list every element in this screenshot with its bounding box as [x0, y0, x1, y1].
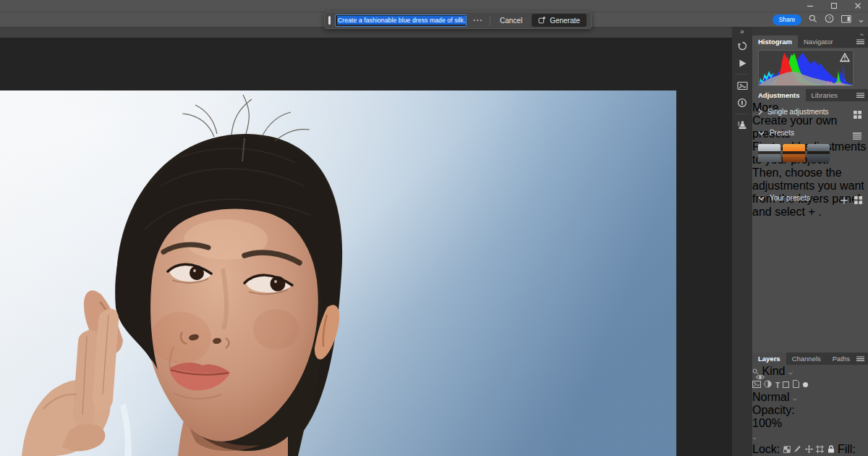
- actions-panel-icon[interactable]: [732, 54, 752, 72]
- preset-thumbnail-5[interactable]: [758, 164, 780, 182]
- blend-mode-select[interactable]: Normal: [752, 391, 803, 404]
- cancel-button[interactable]: Cancel: [495, 17, 527, 25]
- single-adjustments-row[interactable]: Single adjustments: [758, 108, 829, 116]
- collapsed-panels-strip: »: [732, 27, 753, 456]
- histogram-tabstrip: Histogram Navigator: [752, 35, 868, 48]
- chevron-right-icon: [758, 109, 762, 115]
- layer-visibility-eye-icon[interactable]: [756, 370, 765, 383]
- expand-panels-icon[interactable]: »: [732, 27, 752, 37]
- lock-artboard-icon[interactable]: [816, 443, 827, 455]
- panels-column: » Histogram Navigator: [752, 27, 868, 456]
- generate-label: Generate: [550, 17, 580, 25]
- opacity-label: Opacity:: [752, 404, 795, 416]
- filter-type-icon[interactable]: T: [775, 381, 780, 389]
- svg-text:?: ?: [827, 15, 830, 22]
- adjustments-panel-body: Single adjustments Presets More Y: [752, 101, 868, 352]
- history-panel-icon[interactable]: [732, 37, 752, 54]
- help-icon[interactable]: ?: [825, 13, 834, 26]
- add-preset-icon[interactable]: [841, 194, 848, 207]
- chevron-down-icon: [793, 398, 797, 401]
- opacity-value: 100%: [752, 417, 782, 429]
- lock-pixels-icon[interactable]: [793, 443, 804, 455]
- opacity-select[interactable]: 100%: [752, 417, 776, 443]
- tab-histogram[interactable]: Histogram: [752, 35, 798, 48]
- tab-adjustments[interactable]: Adjustments: [752, 89, 806, 101]
- close-icon[interactable]: [854, 1, 862, 10]
- preset-thumbnail-3[interactable]: [807, 144, 830, 162]
- more-options-icon[interactable]: ···: [471, 17, 485, 24]
- preset-thumbnail-1[interactable]: [758, 144, 780, 162]
- contextual-task-bar: Create a fashionable blue dress made of …: [324, 12, 592, 29]
- taskbar-divider: [490, 16, 490, 25]
- tab-libraries[interactable]: Libraries: [806, 89, 843, 101]
- chevron-down-icon[interactable]: [859, 13, 864, 26]
- lock-position-icon[interactable]: [805, 443, 816, 455]
- tab-layers[interactable]: Layers: [752, 352, 786, 365]
- info-panel-icon[interactable]: [732, 94, 752, 111]
- adjustments-panel-menu-icon[interactable]: [856, 89, 864, 101]
- generate-button[interactable]: Generate: [532, 14, 587, 27]
- photoshop-window: Create a fashionable blue dress made of …: [0, 0, 868, 456]
- preset-thumbnail-4[interactable]: [832, 144, 854, 162]
- kind-label: Kind: [762, 365, 785, 377]
- adjustments-tabstrip: Adjustments Libraries: [752, 89, 868, 101]
- lock-all-icon[interactable]: [827, 443, 838, 455]
- tab-channels[interactable]: Channels: [786, 352, 827, 365]
- export-panel-icon[interactable]: [732, 77, 752, 94]
- blend-mode-value: Normal: [752, 391, 790, 403]
- lock-label: Lock:: [752, 443, 780, 455]
- chevron-down-icon: [758, 131, 765, 135]
- preset-thumbnail-2[interactable]: [783, 144, 805, 162]
- chevron-down-icon: [788, 372, 793, 375]
- histogram-panel-body: [752, 48, 868, 89]
- tab-navigator[interactable]: Navigator: [798, 35, 839, 48]
- chevron-down-icon: [752, 437, 757, 440]
- layers-panel-menu-icon[interactable]: [856, 352, 864, 365]
- strip-separator: [735, 114, 749, 114]
- your-presets-row[interactable]: Your presets: [758, 194, 810, 202]
- drag-handle[interactable]: [328, 16, 331, 25]
- generate-sparkle-icon: [538, 16, 546, 25]
- comments-panel-icon[interactable]: [732, 117, 752, 134]
- grid-view-icon[interactable]: [854, 109, 861, 122]
- filter-shape-icon[interactable]: [783, 378, 792, 390]
- chevron-down-icon: [758, 196, 765, 200]
- filter-toggle-icon[interactable]: [802, 378, 809, 390]
- presets-label: Presets: [770, 129, 794, 137]
- header-right-controls: Share ?: [773, 13, 864, 26]
- filter-adjustment-icon[interactable]: [764, 378, 775, 390]
- single-adjustments-label: Single adjustments: [767, 108, 829, 116]
- prompt-selected-text: Create a fashionable blue dress made of …: [337, 16, 466, 25]
- layers-tabstrip: Layers Channels Paths: [752, 352, 868, 365]
- prompt-input[interactable]: Create a fashionable blue dress made of …: [335, 14, 467, 27]
- tab-paths[interactable]: Paths: [827, 352, 856, 365]
- histogram-graph: [758, 50, 854, 86]
- title-bar: [0, 0, 868, 12]
- share-button[interactable]: Share: [773, 14, 801, 25]
- filter-smart-object-icon[interactable]: [793, 378, 802, 390]
- strip-separator: [735, 74, 749, 75]
- histogram-warning-icon[interactable]: [840, 53, 850, 62]
- canvas-image[interactable]: [0, 90, 676, 456]
- layers-panel-body: Kind T Normal Opac: [752, 365, 868, 456]
- your-presets-label: Your presets: [770, 194, 810, 202]
- grid-view-icon[interactable]: [854, 194, 862, 207]
- list-view-icon[interactable]: [853, 130, 861, 143]
- fill-label: Fill:: [838, 443, 856, 455]
- workspace-switcher-icon[interactable]: [841, 13, 851, 26]
- presets-row[interactable]: Presets: [758, 129, 794, 137]
- maximize-icon[interactable]: [830, 1, 838, 10]
- lock-transparency-icon[interactable]: [783, 443, 793, 455]
- minimize-icon[interactable]: [806, 1, 814, 10]
- search-icon[interactable]: [809, 13, 817, 26]
- histogram-panel-menu-icon[interactable]: [856, 35, 864, 48]
